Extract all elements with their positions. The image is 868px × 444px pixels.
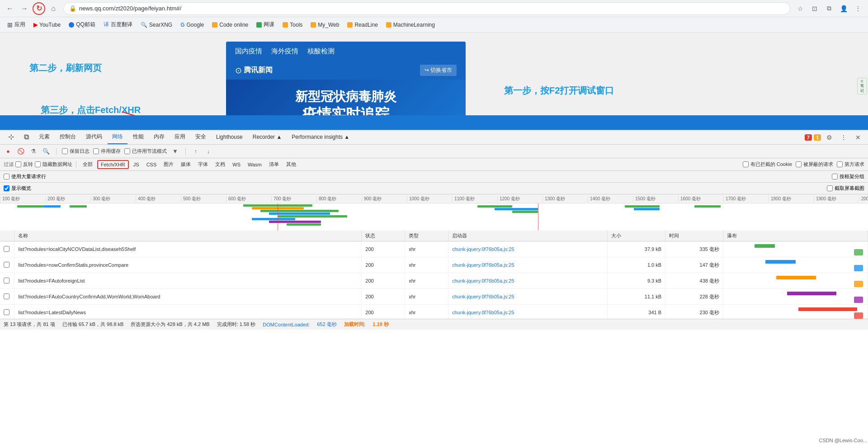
filter-ws[interactable]: WS	[230, 161, 243, 168]
row-name[interactable]: list?modules=LatestDailyNews	[14, 305, 362, 319]
filter-manifest[interactable]: 清单	[266, 160, 282, 169]
profile-button[interactable]: 👤	[837, 2, 850, 15]
filter-other[interactable]: 其他	[283, 160, 299, 169]
nav-nucleic[interactable]: 核酸检测	[307, 47, 335, 56]
table-row[interactable]: list?modules=FAutoCountryConfirmAdd,WomW…	[0, 289, 868, 305]
address-bar[interactable]: 🔒 news.qq.com/zt2020/page/feiyan.htm#/	[63, 2, 790, 15]
tab-elements[interactable]: 元素	[34, 130, 54, 144]
row-checkbox[interactable]	[0, 305, 14, 319]
table-row[interactable]: list?modules=LatestDailyNews 200 xhr chu…	[0, 305, 868, 319]
forward-button[interactable]: →	[18, 2, 31, 15]
home-button[interactable]: ⌂	[47, 2, 60, 15]
throttle-dropdown[interactable]: ▼	[170, 147, 180, 156]
filter-img[interactable]: 图片	[161, 160, 176, 169]
settings-button[interactable]: ⚙	[823, 131, 835, 144]
tab-sources[interactable]: 源代码	[81, 130, 107, 144]
nav-domestic[interactable]: 国内疫情	[235, 47, 262, 56]
nav-overseas[interactable]: 海外疫情	[271, 47, 298, 56]
export-button[interactable]: ↓	[204, 147, 213, 156]
invert-checkbox[interactable]: 反转	[15, 161, 33, 168]
row-initiator[interactable]: chunk-jquery.0f76b05a.js:25	[448, 241, 608, 257]
third-party-checkbox[interactable]: 第方请求	[837, 161, 864, 168]
filter-js[interactable]: JS	[131, 161, 142, 168]
filter-fetch-xhr[interactable]: Fetch/XHR	[97, 160, 129, 169]
filter-css[interactable]: CSS	[144, 161, 160, 168]
row-checkbox[interactable]	[0, 273, 14, 289]
row-initiator[interactable]: chunk-jquery.0f76b05a.js:25	[448, 289, 608, 305]
cast-button[interactable]: ⊡	[808, 2, 821, 15]
group-by-frame-option[interactable]: 按框架分组	[832, 173, 864, 180]
row-name[interactable]: list?modules=nowConfirmStatis,provinceCo…	[14, 257, 362, 273]
row-name[interactable]: list?modules=FAutoCountryConfirmAdd,WomW…	[14, 289, 362, 305]
disable-cache-checkbox[interactable]: 停用缓存	[93, 148, 121, 155]
filter-media[interactable]: 媒体	[178, 160, 193, 169]
capture-screenshot-option[interactable]: 截取屏幕截图	[827, 185, 864, 192]
bookmark-searxng[interactable]: 🔍 SearXNG	[137, 20, 176, 30]
filter-all[interactable]: 全部	[80, 160, 95, 169]
reload-button[interactable]: ↻	[33, 2, 45, 15]
row-checkbox[interactable]	[0, 289, 14, 305]
table-row[interactable]: list?modules=FAutoforeignList 200 xhr ch…	[0, 273, 868, 289]
record-button[interactable]: ●	[4, 147, 13, 156]
devtools-device-icon[interactable]: ⧉	[19, 130, 33, 144]
bookmark-readline[interactable]: ReadLine	[344, 20, 381, 30]
bookmark-code[interactable]: Code online	[208, 20, 252, 30]
more-button[interactable]: ⋮	[837, 131, 850, 144]
bookmark-ml[interactable]: MachineLearning	[382, 20, 439, 30]
big-requests-option[interactable]: 使用大量请求行	[4, 173, 46, 180]
filter-wasm[interactable]: Wasm	[245, 161, 264, 168]
row-name[interactable]: list?modules=localCityNCOVDataList,disea…	[14, 241, 362, 257]
row-initiator[interactable]: chunk-jquery.0f76b05a.js:25	[448, 257, 608, 273]
col-header-name[interactable]: 名称	[14, 231, 362, 241]
bookmark-button[interactable]: ☆	[794, 2, 807, 15]
col-header-size[interactable]: 大小	[608, 231, 665, 241]
row-checkbox[interactable]	[0, 257, 14, 273]
blocked-cookie-checkbox[interactable]: 有已拦截的 Cookie	[743, 161, 792, 168]
import-button[interactable]: ↑	[191, 147, 200, 156]
extensions-button[interactable]: ⧉	[823, 2, 835, 15]
close-devtools-button[interactable]: ✕	[852, 131, 864, 144]
tab-console[interactable]: 控制台	[55, 130, 80, 144]
blocked-requests-checkbox[interactable]: 被屏蔽的请求	[796, 161, 833, 168]
switch-city-btn[interactable]: ↪ 切换省市	[420, 65, 457, 76]
tab-recorder[interactable]: Recorder ▲	[248, 130, 287, 144]
hide-data-urls-checkbox[interactable]: 隐藏数据网址	[35, 161, 72, 168]
devtools-cursor-icon[interactable]: ⊹	[4, 130, 19, 144]
col-header-status[interactable]: 状态	[362, 231, 405, 241]
bookmark-youtube[interactable]: ▶ YouTube	[30, 20, 64, 30]
bookmark-wangke[interactable]: 网课	[253, 19, 278, 30]
bookmark-tools[interactable]: Tools	[279, 20, 306, 30]
tab-network[interactable]: 网络	[108, 130, 127, 144]
tab-security[interactable]: 安全	[191, 130, 211, 144]
table-row[interactable]: list?modules=localCityNCOVDataList,disea…	[0, 241, 868, 257]
filter-icon-button[interactable]: ⚗	[29, 147, 38, 156]
filter-doc[interactable]: 文档	[212, 160, 228, 169]
tab-performance[interactable]: 性能	[128, 130, 148, 144]
tab-lighthouse[interactable]: Lighthouse	[212, 130, 247, 144]
disable-stream-checkbox[interactable]: 已停用节流模式	[124, 148, 167, 155]
clear-button[interactable]: 🚫	[16, 147, 25, 156]
col-header-waterfall[interactable]: 瀑布	[723, 231, 868, 241]
row-name[interactable]: list?modules=FAutoforeignList	[14, 273, 362, 289]
filter-font[interactable]: 字体	[195, 160, 211, 169]
bookmark-baidu[interactable]: 译 百度翻译	[100, 19, 136, 30]
menu-button[interactable]: ⋮	[852, 2, 864, 15]
table-row[interactable]: list?modules=nowConfirmStatis,provinceCo…	[0, 257, 868, 273]
col-header-initiator[interactable]: 启动器	[448, 231, 608, 241]
bookmark-qq[interactable]: QQ邮箱	[65, 19, 99, 30]
row-initiator[interactable]: chunk-jquery.0f76b05a.js:25	[448, 305, 608, 319]
network-table-wrapper[interactable]: 名称 状态 类型 启动器 大小 时间 瀑布 list?modules=local…	[0, 231, 868, 319]
search-icon-button[interactable]: 🔍	[42, 147, 51, 156]
bookmark-google[interactable]: G Google	[177, 20, 208, 30]
back-button[interactable]: ←	[4, 2, 16, 15]
row-checkbox[interactable]	[0, 241, 14, 257]
row-initiator[interactable]: chunk-jquery.0f76b05a.js:25	[448, 273, 608, 289]
tab-memory[interactable]: 内存	[149, 130, 169, 144]
col-header-time[interactable]: 时间	[665, 231, 723, 241]
show-overview-option[interactable]: 显示概览	[4, 185, 31, 192]
bookmark-apps[interactable]: ⊞ 应用	[4, 19, 29, 30]
preserve-log-checkbox[interactable]: 保留日志	[62, 148, 90, 155]
tab-application[interactable]: 应用	[170, 130, 190, 144]
bookmark-myweb[interactable]: My_Web	[307, 20, 343, 30]
col-header-type[interactable]: 类型	[405, 231, 448, 241]
